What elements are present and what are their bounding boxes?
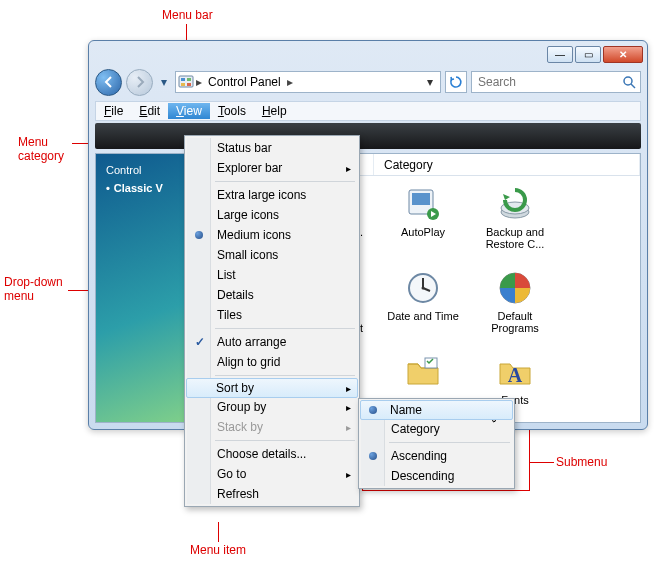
svg-rect-1 xyxy=(181,78,185,81)
svg-rect-14 xyxy=(412,193,430,205)
submenu-arrow-icon: ▸ xyxy=(346,469,351,480)
submenu-descending[interactable]: Descending xyxy=(361,466,512,486)
minimize-icon: — xyxy=(555,49,565,60)
autoplay-icon xyxy=(403,184,443,224)
menuitem-medium-icons[interactable]: Medium icons xyxy=(187,225,357,245)
menuitem-details[interactable]: Details xyxy=(187,285,357,305)
menu-bar: File Edit View Tools Help xyxy=(95,101,641,121)
maximize-icon: ▭ xyxy=(584,49,593,60)
control-panel-icon xyxy=(178,74,194,90)
submenu-arrow-icon: ▸ xyxy=(346,383,351,394)
nav-back-button[interactable] xyxy=(95,69,122,96)
menuitem-refresh[interactable]: Refresh xyxy=(187,484,357,504)
menuitem-small-icons[interactable]: Small icons xyxy=(187,245,357,265)
close-icon: ✕ xyxy=(619,49,627,60)
svg-rect-47 xyxy=(425,358,437,368)
menuitem-stack-by: Stack by▸ xyxy=(187,417,357,437)
submenu-arrow-icon: ▸ xyxy=(346,163,351,174)
annotation-dropdown: Drop-down menu xyxy=(4,275,63,303)
search-input[interactable] xyxy=(476,74,618,90)
cp-label: Default Programs xyxy=(473,310,557,334)
check-icon: ✓ xyxy=(193,335,207,349)
svg-rect-4 xyxy=(187,83,191,86)
menu-file[interactable]: File xyxy=(96,103,131,119)
sidebar-heading: Control xyxy=(106,164,178,176)
nav-history-dropdown[interactable]: ▾ xyxy=(157,72,171,92)
sortby-submenu: Name Category Ascending Descending xyxy=(358,398,515,489)
submenu-ascending[interactable]: Ascending xyxy=(361,446,512,466)
menuitem-large-icons[interactable]: Large icons xyxy=(187,205,357,225)
menuitem-align-grid[interactable]: Align to grid xyxy=(187,352,357,372)
search-icon xyxy=(622,75,636,89)
svg-line-6 xyxy=(631,84,635,88)
breadcrumb-separator-icon: ▸ xyxy=(196,75,202,89)
menuitem-tiles[interactable]: Tiles xyxy=(187,305,357,325)
menu-edit[interactable]: Edit xyxy=(131,103,168,119)
cp-label: Date and Time xyxy=(387,310,459,322)
sidebar-item-classic-view[interactable]: Classic V xyxy=(106,182,178,194)
cp-label: AutoPlay xyxy=(401,226,445,238)
nav-forward-button[interactable] xyxy=(126,69,153,96)
annotation-line xyxy=(218,522,219,542)
column-category[interactable]: Category xyxy=(374,154,640,175)
menuitem-status-bar[interactable]: Status bar xyxy=(187,138,357,158)
cp-item-datetime[interactable]: Date and Time xyxy=(378,266,468,348)
svg-text:A: A xyxy=(508,364,523,386)
submenu-arrow-icon: ▸ xyxy=(346,402,351,413)
annotation-menuitem: Menu item xyxy=(190,543,246,557)
radio-bullet-icon xyxy=(369,406,377,414)
menuitem-sort-by[interactable]: Sort by▸ xyxy=(186,378,358,398)
menu-view[interactable]: View xyxy=(168,103,210,119)
submenu-name[interactable]: Name xyxy=(360,400,513,420)
menu-help[interactable]: Help xyxy=(254,103,295,119)
menuitem-list[interactable]: List xyxy=(187,265,357,285)
close-button[interactable]: ✕ xyxy=(603,46,643,63)
submenu-arrow-icon: ▸ xyxy=(346,422,351,433)
explorer-window: — ▭ ✕ ▾ ▸ Control Panel ▸ ▾ xyxy=(88,40,648,430)
annotation-submenu: Submenu xyxy=(556,455,607,469)
menu-tools[interactable]: Tools xyxy=(210,103,254,119)
annotation-line xyxy=(530,462,554,463)
backup-icon xyxy=(495,184,535,224)
menuitem-explorer-bar[interactable]: Explorer bar▸ xyxy=(187,158,357,178)
maximize-button[interactable]: ▭ xyxy=(575,46,601,63)
cp-item-autoplay[interactable]: AutoPlay xyxy=(378,182,468,264)
cp-label: Backup and Restore C... xyxy=(473,226,557,250)
cp-item-default-programs[interactable]: Default Programs xyxy=(470,266,560,348)
annotation-menu-category: Menu category xyxy=(18,135,64,163)
svg-point-5 xyxy=(624,77,632,85)
titlebar: — ▭ ✕ xyxy=(89,41,647,67)
sidebar: Control Classic V xyxy=(96,154,188,422)
toolbar xyxy=(95,123,641,149)
breadcrumb-separator-icon[interactable]: ▸ xyxy=(287,75,293,89)
folder-icon xyxy=(403,352,443,392)
svg-point-29 xyxy=(422,287,425,290)
client-area: Control Classic V Name Category are xyxy=(95,153,641,423)
fonts-icon: A xyxy=(495,352,535,392)
radio-bullet-icon xyxy=(195,231,203,239)
menuitem-auto-arrange[interactable]: ✓Auto arrange xyxy=(187,332,357,352)
address-bar: ▾ ▸ Control Panel ▸ ▾ xyxy=(95,67,641,97)
menuitem-xl-icons[interactable]: Extra large icons xyxy=(187,185,357,205)
radio-bullet-icon xyxy=(369,452,377,460)
breadcrumb-label[interactable]: Control Panel xyxy=(204,75,285,89)
menuitem-choose-details[interactable]: Choose details... xyxy=(187,444,357,464)
view-dropdown-menu: Status bar Explorer bar▸ Extra large ico… xyxy=(184,135,360,507)
minimize-button[interactable]: — xyxy=(547,46,573,63)
refresh-button[interactable] xyxy=(445,71,467,93)
svg-rect-3 xyxy=(181,83,185,86)
default-programs-icon xyxy=(495,268,535,308)
datetime-icon xyxy=(403,268,443,308)
search-box[interactable] xyxy=(471,71,641,93)
annotation-menubar: Menu bar xyxy=(162,8,213,22)
submenu-category[interactable]: Category xyxy=(361,419,512,439)
cp-item-backup[interactable]: Backup and Restore C... xyxy=(470,182,560,264)
breadcrumb-dropdown-icon[interactable]: ▾ xyxy=(422,75,438,89)
breadcrumb[interactable]: ▸ Control Panel ▸ ▾ xyxy=(175,71,441,93)
svg-rect-2 xyxy=(187,78,191,81)
menuitem-group-by[interactable]: Group by▸ xyxy=(187,397,357,417)
menuitem-go-to[interactable]: Go to▸ xyxy=(187,464,357,484)
